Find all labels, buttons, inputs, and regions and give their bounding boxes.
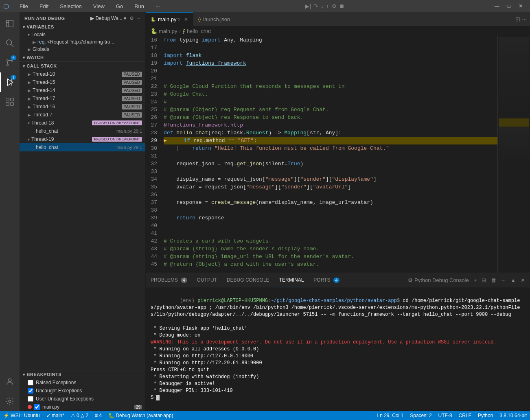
thread-17[interactable]: ▶ Thread-17 PAUSED [20,94,145,103]
step-into-btn[interactable]: ↓ [321,3,324,9]
bc-main-py[interactable]: main.py [159,28,177,34]
split-editor-btn[interactable]: ⊡ [515,16,520,22]
activity-run-debug[interactable]: 1 [0,72,20,92]
maximize-panel-btn[interactable]: ▲ [509,276,517,284]
status-errors[interactable]: ⚠ 0 △ 2 [68,411,92,420]
tab-launch-json[interactable]: {} launch.json [193,12,235,26]
watch-header[interactable]: ▾ WATCH [20,53,145,61]
locals-item[interactable]: ▾ Locals [20,31,145,38]
step-out-btn[interactable]: ↑ [326,3,329,9]
menu-edit[interactable]: Edit [37,2,51,10]
thread-19-frame[interactable]: hello_chat main.py 29:1 [20,143,145,151]
thread-16[interactable]: ▶ Thread-16 PAUSED [20,103,145,111]
bp-user-uncaught[interactable]: User Uncaught Exceptions [20,395,145,403]
new-terminal-btn[interactable]: + [472,276,479,284]
code-line-22: # Google Cloud Function that responds to… [164,83,497,90]
continue-btn[interactable]: ▶| [305,3,311,9]
tab-ports[interactable]: PORTS 4 [309,273,344,287]
close-btn[interactable]: ✕ [515,0,527,12]
code-line-25: # @param {Object} req Request sent from … [164,106,497,114]
thread-10[interactable]: ▶ Thread-10 PAUSED [20,70,145,78]
code-line-26: # @param {Object} res Response to send b… [164,114,497,121]
debug-badge: 1 [11,75,16,80]
status-wsl[interactable]: ⚡ WSL: Ubuntu [0,411,43,420]
thread-19[interactable]: ▾ Thread-19 PAUSED ON BREAKPOINT [20,135,145,143]
status-debug-watch[interactable]: 🐛 Debug Watch (avatar-app) [105,411,176,420]
thread-18-frame[interactable]: hello_chat main.py 29:1 [20,127,145,135]
menu-go[interactable]: Go [114,2,125,10]
more-terminal-btn[interactable]: ··· [499,276,507,284]
minimize-btn[interactable]: — [491,0,504,12]
menu-selection[interactable]: Selection [57,2,84,10]
callstack-chevron: ▾ [23,64,25,68]
maximize-btn[interactable]: □ [504,0,515,12]
stop-btn[interactable]: ⏹ [339,3,344,9]
status-git[interactable]: ↙ main* [43,411,68,420]
status-python-version[interactable]: 3.8.10 64-bit [496,411,530,420]
restart-btn[interactable]: ⟲ [331,3,336,9]
activity-settings[interactable] [0,392,20,411]
svg-rect-0 [7,20,13,27]
terminal-content[interactable]: (env) pierrick@LAPTOP-HKU5PNNG:~/git/goo… [146,287,530,411]
kill-terminal-btn[interactable]: 🗑 [489,276,498,284]
terminal-cursor-line: $ [151,394,525,401]
close-panel-btn[interactable]: ✕ [519,276,527,284]
split-terminal-btn[interactable]: ⊟ [480,276,488,284]
callstack-header[interactable]: ▾ CALL STACK [20,62,145,70]
menu-run[interactable]: Run [132,2,147,10]
status-warnings[interactable]: ≡ 4 [92,411,105,420]
bp-raised-checkbox[interactable] [28,380,33,385]
tab-problems[interactable]: PROBLEMS 4 [146,273,192,287]
status-eol[interactable]: CRLF [456,411,475,420]
bp-main-py[interactable]: main.py 29 [20,403,145,411]
bp-uncaught-checkbox[interactable] [28,388,33,394]
status-spaces[interactable]: Spaces: 2 [407,411,435,420]
more-tabs-btn[interactable]: ··· [522,16,527,22]
step-over-btn[interactable]: ↷ [313,3,318,9]
tab-output[interactable]: OUTPUT [192,273,222,287]
svg-rect-12 [11,103,13,105]
menu-view[interactable]: View [91,2,107,10]
more-icon[interactable]: ··· [136,15,140,21]
activity-account[interactable] [0,372,20,392]
status-position[interactable]: Ln 29, Col 1 [374,411,407,420]
thread-14[interactable]: ▶ Thread-14 PAUSED [20,86,145,94]
bp-uncaught-exceptions[interactable]: Uncaught Exceptions [20,387,145,395]
variables-header[interactable]: ▾ VARIABLES [20,23,145,31]
activity-explorer[interactable] [0,14,20,33]
thread-18-label: Thread-18 [31,120,92,126]
bp-raised-label: Raised Exceptions [36,380,142,385]
code-line-30: | return "Hello! This function must be c… [164,144,497,152]
code-line-16: from typing import Any, Mapping [164,36,497,44]
tab-main-py[interactable]: 🐍 main.py 2 ✕ [146,12,193,26]
activity-search[interactable] [0,33,20,53]
breakpoints-header[interactable]: ▾ BREAKPOINTS [20,370,145,378]
status-language[interactable]: Python [475,411,496,420]
terminal-line-6: * Running on http://172.29.61.89:9000 [151,360,525,367]
bp-raised-exceptions[interactable]: Raised Exceptions [20,378,145,387]
main-py-close[interactable]: ✕ [184,17,188,22]
tab-terminal[interactable]: TERMINAL [274,273,309,287]
debug-config-selector[interactable]: ▶ Debug Wa... ▾ [90,15,126,21]
activity-extensions[interactable] [0,92,20,112]
bc-hello-chat[interactable]: hello_chat [187,28,211,34]
terminal-line-8: * Restarting with watchdog (inotify) [151,374,525,381]
problems-badge: 4 [181,278,187,283]
thread-15[interactable]: ▶ Thread-15 PAUSED [20,78,145,86]
req-var[interactable]: ▶ req: <Request 'http://charming-tro... [20,38,145,46]
menu-file[interactable]: File [17,2,31,10]
thread-18[interactable]: ▾ Thread-18 PAUSED ON BREAKPOINT [20,119,145,127]
globals-item[interactable]: ▶ Globals [20,46,145,53]
tab-debug-console[interactable]: DEBUG CONSOLE [222,273,274,287]
bp-main-checkbox[interactable] [34,404,40,410]
breadcrumb: 🐍 main.py › ⨍ hello_chat [146,26,530,36]
code-content: from typing import Any, Mapping import f… [160,36,497,273]
svg-rect-10 [11,98,13,101]
thread-7[interactable]: ▶ Thread-7 PAUSED [20,111,145,119]
settings-icon[interactable]: ⚙ [129,15,134,21]
status-encoding[interactable]: UTF-8 [435,411,456,420]
main-py-label: main.py [158,16,177,22]
bp-user-uncaught-checkbox[interactable] [28,396,33,402]
activity-source-control[interactable]: 5 [0,53,20,72]
menu-more[interactable]: ··· [153,2,162,10]
